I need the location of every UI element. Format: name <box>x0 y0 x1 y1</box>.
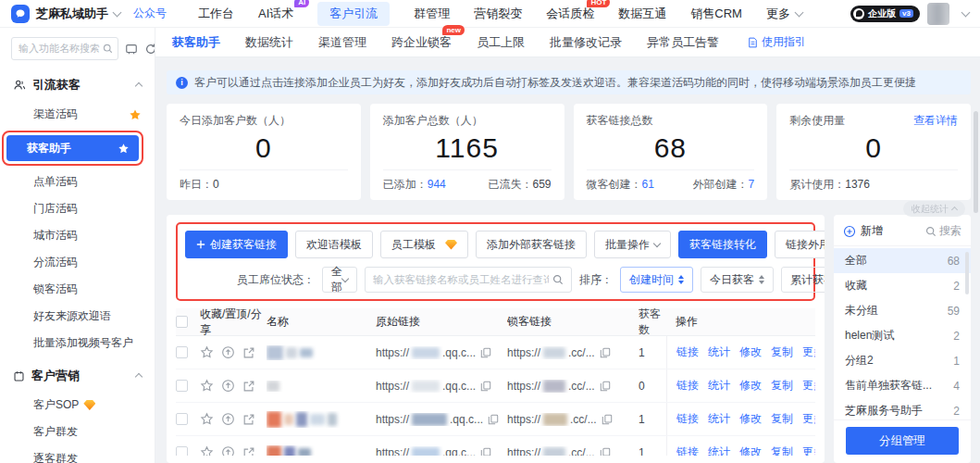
brand-tag[interactable]: 公众号 <box>133 6 167 21</box>
pin-top-icon[interactable] <box>221 379 235 393</box>
nav-item-chat-inspection[interactable]: 会话质检HOT <box>546 6 594 22</box>
add-group-button[interactable]: 新增 <box>843 223 883 239</box>
row-checkbox[interactable] <box>176 346 188 358</box>
page-scrollbar[interactable] <box>974 111 978 213</box>
group-item-favorites[interactable]: 收藏2 <box>834 273 971 298</box>
account-chevron-down-icon[interactable] <box>961 7 971 17</box>
create-link-button[interactable]: 创建获客链接 <box>185 231 288 258</box>
row-checkbox[interactable] <box>176 446 188 456</box>
tab-batch-modify-record[interactable]: 批量修改记录 <box>550 34 622 51</box>
group-item-helen-test[interactable]: helen测试2 <box>834 323 971 348</box>
sidebar-item-per-customer-send[interactable]: 逐客群发 <box>0 445 155 463</box>
avatar[interactable] <box>927 3 949 25</box>
pin-top-icon[interactable] <box>221 445 235 456</box>
sidebar-search-input[interactable]: 输入功能名称搜索 <box>11 37 118 60</box>
action-copy[interactable]: 复制 <box>771 378 793 394</box>
sidebar-item-customer-mass-send[interactable]: 客户群发 <box>0 419 155 445</box>
pin-top-icon[interactable] <box>221 345 235 359</box>
sidebar-item-batch-video-customers[interactable]: 批量添加视频号客户 <box>0 330 155 357</box>
star-icon[interactable] <box>200 379 214 393</box>
share-icon[interactable] <box>242 446 255 457</box>
group-search-button[interactable]: 搜索 <box>925 223 961 239</box>
star-favorite-icon[interactable] <box>129 108 142 121</box>
panel-scrollbar[interactable] <box>965 252 969 294</box>
sidebar-section-acquisition[interactable]: 引流获客 <box>0 66 155 101</box>
action-more[interactable]: 更多 <box>802 378 815 394</box>
sort-by-total[interactable]: 累计获客 <box>781 267 825 293</box>
action-link[interactable]: 链接 <box>676 378 699 394</box>
nav-item-more[interactable]: 更多 <box>766 6 802 22</box>
history-icon[interactable] <box>144 43 155 56</box>
copy-icon[interactable] <box>480 347 491 358</box>
tab-abnormal-staff-alert[interactable]: 异常员工告警 <box>647 34 719 51</box>
row-checkbox[interactable] <box>176 380 188 392</box>
sidebar-item-order-code[interactable]: 点单活码 <box>0 169 155 195</box>
select-all-checkbox[interactable] <box>176 316 188 328</box>
group-manage-button[interactable]: 分组管理 <box>846 427 959 455</box>
star-icon[interactable] <box>200 412 214 426</box>
usage-guide-link[interactable]: 使用指引 <box>748 34 806 50</box>
link-search-input[interactable]: 输入获客链接名称或员工姓名进行查询 <box>365 267 572 293</box>
collapse-stats-pill[interactable]: 收起统计 <box>903 201 965 217</box>
sidebar-item-acquisition-assistant[interactable]: 获客助手 <box>6 135 139 161</box>
sidebar-section-marketing[interactable]: 客户营销 <box>0 357 155 392</box>
action-link[interactable]: 链接 <box>676 344 699 360</box>
nav-item-sales-crm[interactable]: 销售CRM <box>690 6 742 22</box>
nav-item-marketing-fission[interactable]: 营销裂变 <box>474 6 522 22</box>
action-modify[interactable]: 修改 <box>739 344 762 360</box>
share-icon[interactable] <box>242 380 255 393</box>
group-item-presale-links[interactable]: 售前单独获客链...4 <box>834 373 971 398</box>
action-copy[interactable]: 复制 <box>771 444 793 456</box>
link-conversion-button[interactable]: 获客链接转化 <box>678 231 767 258</box>
action-link[interactable]: 链接 <box>676 444 699 456</box>
nav-item-customer-acquisition[interactable]: 客户引流 <box>317 2 390 26</box>
welcome-template-button[interactable]: 欢迎语模板 <box>295 231 373 258</box>
action-more[interactable]: 更多 <box>802 444 815 456</box>
copy-icon[interactable] <box>600 447 611 457</box>
action-copy[interactable]: 复制 <box>771 344 793 360</box>
nav-item-ai-script[interactable]: AI话术AI <box>258 6 293 22</box>
batch-operation-button[interactable]: 批量操作 <box>594 231 671 258</box>
action-modify[interactable]: 修改 <box>739 444 762 456</box>
tab-cross-enterprise-lock[interactable]: 跨企业锁客new <box>391 34 452 51</box>
copy-icon[interactable] <box>600 381 611 392</box>
copy-icon[interactable] <box>480 447 491 457</box>
nav-item-data-exchange[interactable]: 数据互通 <box>618 6 666 22</box>
star-icon[interactable] <box>200 345 214 359</box>
action-statistics[interactable]: 统计 <box>708 444 730 456</box>
sidebar-item-store-code[interactable]: 门店活码 <box>0 195 155 222</box>
action-statistics[interactable]: 统计 <box>708 344 730 360</box>
action-link[interactable]: 链接 <box>676 411 699 427</box>
tab-acquisition-assistant[interactable]: 获客助手 <box>172 34 220 51</box>
copy-icon[interactable] <box>480 381 491 392</box>
staff-template-button[interactable]: 员工模板 <box>380 231 468 258</box>
action-more[interactable]: 更多 <box>802 411 815 427</box>
sidebar-item-customer-sop[interactable]: 客户SOP <box>0 392 155 419</box>
sidebar-item-city-code[interactable]: 城市活码 <box>0 222 155 249</box>
tab-staff-limit[interactable]: 员工上限 <box>477 34 525 51</box>
copy-icon[interactable] <box>488 414 499 425</box>
sidebar-item-channel-code[interactable]: 渠道活码 <box>0 101 155 128</box>
group-item-ungrouped[interactable]: 未分组59 <box>834 298 971 323</box>
seat-status-select[interactable]: 全部 <box>322 267 357 293</box>
add-external-link-button[interactable]: 添加外部获客链接 <box>476 231 587 258</box>
action-modify[interactable]: 修改 <box>739 378 762 394</box>
row-checkbox[interactable] <box>176 413 188 425</box>
star-favorite-icon[interactable] <box>118 143 130 155</box>
share-icon[interactable] <box>242 346 255 359</box>
external-use-button[interactable]: 链接外用 <box>775 231 825 258</box>
share-icon[interactable] <box>242 413 255 426</box>
sidebar-item-friend-source-welcome[interactable]: 好友来源欢迎语 <box>0 303 155 330</box>
copy-icon[interactable] <box>600 347 611 358</box>
pin-top-icon[interactable] <box>221 412 235 426</box>
view-details-link[interactable]: 查看详情 <box>913 113 958 129</box>
sort-by-create-time[interactable]: 创建时间 <box>620 267 693 293</box>
sidebar-item-lock-code[interactable]: 锁客活码 <box>0 276 155 303</box>
nav-item-group-management[interactable]: 群管理 <box>414 6 450 22</box>
action-modify[interactable]: 修改 <box>739 411 762 427</box>
copy-icon[interactable] <box>602 414 613 425</box>
star-icon[interactable] <box>200 445 214 456</box>
action-statistics[interactable]: 统计 <box>708 411 730 427</box>
action-statistics[interactable]: 统计 <box>708 378 730 394</box>
nav-item-workbench[interactable]: 工作台 <box>198 6 234 22</box>
